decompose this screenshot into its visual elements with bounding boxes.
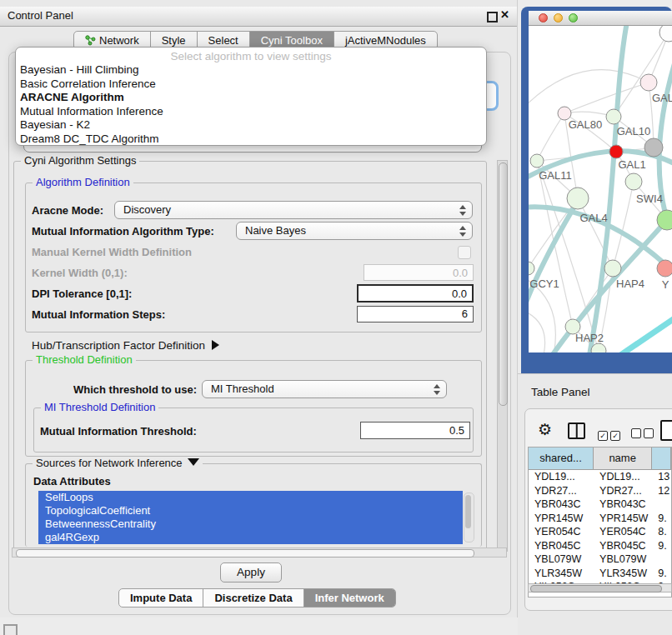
table-cell: YDR27... <box>529 484 594 498</box>
table-row[interactable]: YDR27...YDR27...12 <box>529 484 671 498</box>
table-cell: 12 <box>652 484 671 498</box>
network-canvas[interactable]: GALGAL80GAL10GAL1GAL11SWI4GAL4GCY1HAP4YH… <box>529 26 672 352</box>
node-label: Y <box>662 278 669 291</box>
sources-legend[interactable]: Sources for Network Inference <box>33 457 203 470</box>
apply-button[interactable]: Apply <box>220 562 282 582</box>
network-edge[interactable] <box>614 311 672 352</box>
table-row[interactable]: YPR145WYPR145W9. <box>529 512 671 526</box>
attributes-scroll-thumb[interactable] <box>465 495 471 528</box>
settings-vscroll-thumb[interactable] <box>499 162 508 406</box>
combo-stepper-icon <box>459 204 466 217</box>
algorithm-option[interactable]: ARACNE Algorithm <box>16 91 486 105</box>
table-header-row: shared...name <box>529 448 671 470</box>
table-cell: YBR045C <box>529 539 594 553</box>
settings-hscroll-thumb[interactable] <box>16 549 474 558</box>
node-label: HAP2 <box>575 332 604 344</box>
hub-definition-toggle[interactable]: Hub/Transcription Factor Definition <box>32 339 219 352</box>
sources-legend-text: Sources for Network Inference <box>36 457 183 469</box>
close-panel-icon[interactable]: ✕ <box>500 8 509 21</box>
network-node[interactable] <box>604 260 621 277</box>
file-icon[interactable] <box>660 420 672 441</box>
mi-steps-field[interactable]: 6 <box>357 306 474 322</box>
network-edge[interactable] <box>537 113 564 161</box>
manual-kernel-checkbox[interactable] <box>458 246 471 259</box>
column-header[interactable]: shared... <box>529 448 594 469</box>
node-label: GAL10 <box>617 125 650 138</box>
table-horizontal-scrollbar[interactable] <box>528 583 672 592</box>
table-cell: YPR145W <box>529 512 594 526</box>
attributes-list-scrollbar[interactable] <box>464 492 474 542</box>
algorithm-option[interactable]: Dream8 DC_TDC Algorithm <box>16 132 486 147</box>
network-edge[interactable] <box>564 82 649 113</box>
table-row[interactable]: YLR345WYLR345W9. <box>529 567 671 581</box>
close-traffic-light[interactable] <box>539 13 548 22</box>
tab-infer-network[interactable]: Infer Network <box>304 589 395 607</box>
network-icon <box>85 35 96 46</box>
mi-type-combo[interactable]: Naive Bayes <box>236 222 473 240</box>
algorithm-option[interactable]: Mutual Information Inference <box>16 105 486 119</box>
zoom-traffic-light[interactable] <box>569 13 578 22</box>
mi-type-value: Naive Bayes <box>245 224 306 237</box>
table-cell: YBR043C <box>529 498 594 512</box>
table-row[interactable]: YER054CYER054C8. <box>529 525 671 539</box>
settings-horizontal-scrollbar[interactable] <box>12 548 507 558</box>
algorithm-option[interactable]: Bayesian - Hill Climbing <box>16 63 486 78</box>
network-node[interactable] <box>657 260 672 277</box>
deselect-all-icon[interactable] <box>631 427 656 442</box>
attribute-item-selected[interactable]: gal4RGexp <box>38 531 463 544</box>
network-window-titlebar <box>529 11 672 26</box>
cyni-bottom-tabbar: Impute DataDiscretize DataInfer Network <box>118 588 396 608</box>
which-threshold-label: Which threshold to use: <box>73 383 197 397</box>
table-hscroll-thumb[interactable] <box>530 585 662 592</box>
attribute-item-selected[interactable]: SelfLoops <box>38 491 463 504</box>
table-row[interactable]: YBR043CYBR043C <box>529 498 671 512</box>
column-header[interactable]: name <box>594 448 652 469</box>
network-node[interactable] <box>606 109 621 124</box>
network-node[interactable] <box>644 138 663 157</box>
tab-impute-data[interactable]: Impute Data <box>119 589 203 607</box>
network-node[interactable] <box>659 26 672 42</box>
attribute-item-selected[interactable]: TopologicalCoefficient <box>38 504 463 518</box>
tab-discretize-data[interactable]: Discretize Data <box>203 589 303 607</box>
table-cell: 9. <box>652 539 671 553</box>
node-label: GAL <box>652 92 672 104</box>
table-row[interactable]: YBL079WYBL079W <box>529 552 671 567</box>
network-node[interactable] <box>640 74 657 91</box>
network-node[interactable] <box>529 262 534 275</box>
float-panel-icon[interactable] <box>487 12 498 22</box>
control-panel: Control Panel ✕ NetworkStyleSelectCyni T… <box>0 0 518 618</box>
which-threshold-combo[interactable]: MI Threshold <box>202 380 447 398</box>
attribute-item-selected[interactable]: BetweennessCentrality <box>38 518 463 531</box>
network-node[interactable] <box>609 145 623 158</box>
node-label: GAL80 <box>569 118 602 131</box>
settings-vertical-scrollbar[interactable] <box>497 160 508 552</box>
control-panel-title: Control Panel <box>8 9 73 22</box>
algorithm-option[interactable]: Bayesian - K2 <box>16 118 486 132</box>
table-cell <box>652 552 671 567</box>
expanded-arrow-icon <box>188 458 199 466</box>
select-all-icon[interactable]: ✓✓ <box>598 427 623 442</box>
column-header[interactable] <box>652 448 671 469</box>
algorithm-option[interactable]: Basic Correlation Inference <box>16 78 486 92</box>
dpi-tolerance-field[interactable]: 0.0 <box>357 284 474 302</box>
aracne-mode-combo[interactable]: Discovery <box>114 201 473 219</box>
table-cell: 8. <box>652 525 671 539</box>
node-table[interactable]: shared...name YDL19...YDL19...13YDR27...… <box>528 447 672 598</box>
gear-icon[interactable]: ⚙ <box>538 420 552 439</box>
kernel-width-field[interactable]: 0.0 <box>364 264 474 281</box>
table-row[interactable]: YDL19...YDL19...13 <box>529 470 671 484</box>
network-node[interactable] <box>567 188 589 209</box>
table-row[interactable]: YBR045CYBR045C9. <box>529 539 671 553</box>
network-node[interactable] <box>530 154 544 168</box>
column-layout-icon[interactable] <box>568 422 585 439</box>
network-edge[interactable] <box>529 311 545 352</box>
network-edge[interactable] <box>613 182 634 268</box>
minimize-traffic-light[interactable] <box>554 13 563 22</box>
minimized-panel-icon[interactable] <box>3 624 18 635</box>
network-node[interactable] <box>625 173 642 190</box>
checked-box-icon: ✓ <box>610 431 620 441</box>
aracne-mode-label: Aracne Mode: <box>32 204 103 218</box>
data-attributes-list[interactable]: SelfLoopsTopologicalCoefficientBetweenne… <box>38 491 474 545</box>
combo-stepper-icon <box>459 225 466 238</box>
mi-threshold-field[interactable]: 0.5 <box>360 422 470 439</box>
